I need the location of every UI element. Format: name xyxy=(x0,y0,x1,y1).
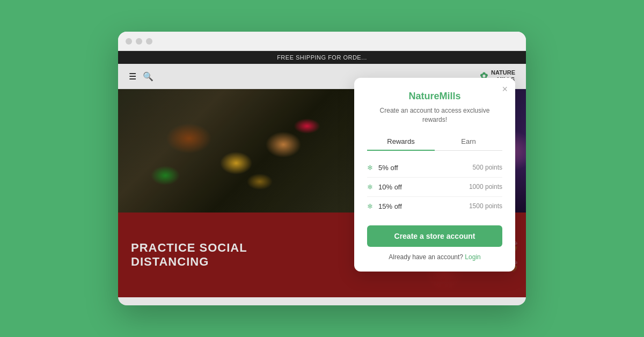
modal-tabs: Rewards Earn xyxy=(367,133,502,151)
reward-item-1: ❄ 5% off 500 points xyxy=(367,158,502,178)
browser-dot-red xyxy=(126,38,132,45)
reward-icon-1: ❄ xyxy=(367,164,373,172)
create-account-button[interactable]: Create a store account xyxy=(367,225,502,247)
reward-icon-3: ❄ xyxy=(367,202,373,210)
login-link[interactable]: Login xyxy=(465,253,480,261)
browser-dot-yellow xyxy=(136,38,142,45)
close-button[interactable]: × xyxy=(502,84,508,94)
browser-window: FREE SHIPPING FOR ORDE... ☰ 🔍 ✿ NATURE—M… xyxy=(118,32,526,305)
login-prompt: Already have an account? xyxy=(389,253,463,261)
browser-content: FREE SHIPPING FOR ORDE... ☰ 🔍 ✿ NATURE—M… xyxy=(118,51,526,305)
popup-modal: × NatureMills Create an account to acces… xyxy=(354,78,515,272)
reward-points-2: 1000 points xyxy=(469,183,502,191)
rewards-list: ❄ 5% off 500 points ❄ 10% off 1000 point… xyxy=(367,158,502,216)
reward-points-3: 1500 points xyxy=(469,202,502,210)
tab-earn[interactable]: Earn xyxy=(435,133,502,151)
modal-brand: NatureMills xyxy=(367,91,502,102)
tab-rewards[interactable]: Rewards xyxy=(367,133,435,151)
reward-label-2: 10% off xyxy=(378,183,469,191)
reward-icon-2: ❄ xyxy=(367,183,373,191)
browser-dot-green xyxy=(146,38,152,45)
reward-item-2: ❄ 10% off 1000 points xyxy=(367,178,502,197)
reward-item-3: ❄ 15% off 1500 points xyxy=(367,197,502,216)
modal-subtitle: Create an account to access exclusive re… xyxy=(367,106,502,124)
browser-titlebar xyxy=(118,32,526,51)
reward-points-1: 500 points xyxy=(473,164,502,171)
reward-label-3: 15% off xyxy=(378,202,469,210)
login-text-area: Already have an account? Login xyxy=(367,253,502,261)
reward-label-1: 5% off xyxy=(378,164,473,172)
